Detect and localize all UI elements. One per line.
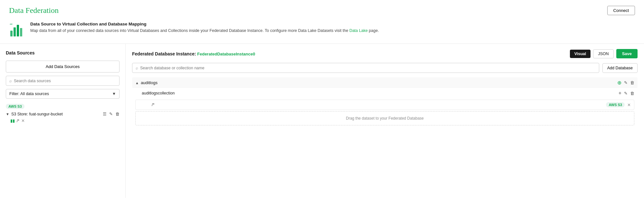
s3-store-label: S3 Store: fuat-sungur-bucket [11, 112, 63, 116]
db-add-button[interactable]: ⊕ [617, 80, 621, 86]
federated-label-text: Federated Database Instance: [132, 51, 196, 56]
left-search-input[interactable] [14, 79, 116, 83]
add-database-button[interactable]: Add Database [602, 63, 638, 73]
connect-button[interactable]: Connect [607, 6, 635, 15]
s3-store-row: ▼ S3 Store: fuat-sungur-bucket ☰ ✎ 🗑 [6, 112, 120, 116]
s3-item-path: /* [17, 119, 19, 123]
json-toggle-button[interactable]: JSON [593, 49, 613, 58]
chevron-down-icon: ▼ [6, 112, 9, 116]
info-desc: Map data from all of your connected data… [30, 28, 379, 34]
db-name: auditlogs [141, 80, 617, 85]
collection-edit-button[interactable]: ✎ [624, 91, 628, 96]
info-bar: Data Source to Virtual Collection and Da… [0, 18, 644, 44]
search-icon: ⌕ [136, 65, 138, 70]
visual-toggle-button[interactable]: Visual [570, 50, 591, 58]
chevron-down-icon: ▼ [112, 92, 116, 96]
db-header-actions: ⊕ ✎ 🗑 [617, 80, 634, 86]
svg-rect-3 [20, 28, 22, 36]
info-title: Data Source to Virtual Collection and Da… [30, 22, 379, 26]
collection-delete-button[interactable]: 🗑 [630, 91, 634, 96]
add-data-sources-button[interactable]: Add Data Sources [6, 61, 120, 73]
collection-row: auditlogscollection + ✎ 🗑 [132, 88, 638, 98]
path-text: /* [152, 103, 606, 107]
db-delete-button[interactable]: 🗑 [630, 80, 634, 85]
chevron-up-icon: ▲ [135, 81, 139, 85]
left-search-box: ⌕ [6, 76, 120, 86]
db-search-input[interactable] [140, 66, 596, 70]
left-panel: Data Sources Add Data Sources ⌕ Filter: … [0, 44, 126, 198]
db-edit-button[interactable]: ✎ [624, 80, 628, 85]
page-title: Data Federation [9, 6, 59, 15]
instance-name: FederatedDatabaseInstance0 [197, 52, 255, 56]
svg-rect-2 [17, 25, 19, 36]
s3-store-edit-button[interactable]: ✎ [109, 112, 113, 116]
federated-instance-label: Federated Database Instance: FederatedDa… [132, 51, 255, 56]
s3-item-close-button[interactable]: ✕ [21, 118, 25, 123]
svg-rect-1 [14, 27, 16, 36]
drag-hint-row: Drag the dataset to your Federated Datab… [135, 111, 634, 125]
db-search-row: ⌕ Add Database [132, 63, 638, 73]
db-tree: ▲ auditlogs ⊕ ✎ 🗑 auditlogscollection + … [132, 77, 638, 125]
svg-rect-0 [10, 31, 13, 36]
right-panel-header: Federated Database Instance: FederatedDa… [132, 49, 638, 58]
aws-s3-badge: AWS S3 [6, 104, 24, 109]
top-bar: Data Federation Connect [0, 0, 644, 18]
path-close-button[interactable]: ✕ [627, 103, 631, 107]
db-item-auditlogs: ▲ auditlogs ⊕ ✎ 🗑 auditlogscollection + … [132, 77, 638, 125]
filter-label: Filter: All data sources [9, 92, 49, 96]
search-icon: ⌕ [9, 78, 12, 83]
collection-name: auditlogscollection [142, 91, 619, 95]
save-button[interactable]: Save [616, 49, 638, 58]
s3-item-row: ▮▮ /* ✕ [6, 118, 120, 123]
svg-rect-4 [10, 24, 13, 25]
db-header[interactable]: ▲ auditlogs ⊕ ✎ 🗑 [132, 77, 638, 88]
data-lake-link[interactable]: Data Lake [349, 28, 368, 33]
main-content: Data Sources Add Data Sources ⌕ Filter: … [0, 44, 644, 198]
right-panel: Federated Database Instance: FederatedDa… [126, 44, 644, 198]
data-federation-icon [9, 22, 26, 38]
s3-store-delete-button[interactable]: 🗑 [115, 112, 120, 116]
view-toggle-group: Visual JSON Save [570, 49, 638, 58]
s3-item-drag-icon: ▮▮ [10, 118, 15, 123]
filter-dropdown[interactable]: Filter: All data sources ▼ [6, 89, 120, 99]
drag-hint-text: Drag the dataset to your Federated Datab… [346, 116, 424, 121]
aws-s3-badge: AWS S3 [606, 102, 625, 107]
collection-actions: + ✎ 🗑 [619, 90, 634, 96]
path-row: /* AWS S3 ✕ [135, 100, 634, 110]
db-search-box: ⌕ [132, 63, 599, 73]
collection-add-button[interactable]: + [619, 90, 621, 96]
s3-store-list-icon[interactable]: ☰ [103, 112, 107, 116]
left-panel-title: Data Sources [6, 50, 120, 55]
